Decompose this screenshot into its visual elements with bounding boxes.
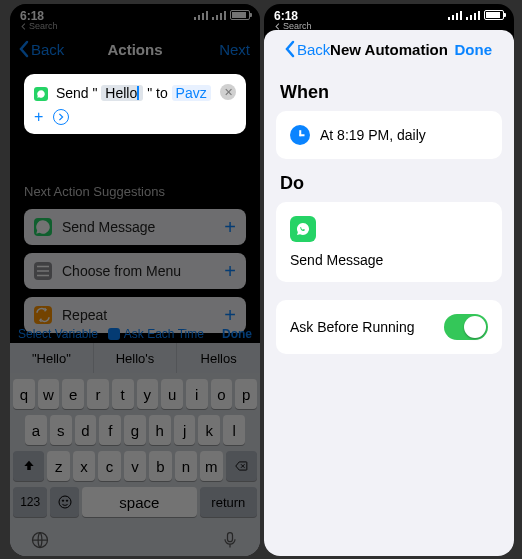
kb-suggestion[interactable]: Hellos xyxy=(177,343,260,373)
key-s[interactable]: s xyxy=(50,415,72,445)
suggestion-choose-from-menu[interactable]: Choose from Menu + xyxy=(24,253,246,289)
do-action-label: Send Message xyxy=(290,252,488,268)
key-t[interactable]: t xyxy=(112,379,134,409)
expand-action-icon[interactable] xyxy=(53,109,69,125)
key-h[interactable]: h xyxy=(149,415,171,445)
svg-point-3 xyxy=(59,496,71,508)
globe-key[interactable] xyxy=(30,530,50,550)
do-section-title: Do xyxy=(280,173,498,194)
key-l[interactable]: l xyxy=(223,415,245,445)
key-w[interactable]: w xyxy=(38,379,60,409)
svg-point-4 xyxy=(62,500,63,501)
battery-icon xyxy=(484,10,504,20)
key-d[interactable]: d xyxy=(75,415,97,445)
svg-rect-2 xyxy=(37,275,49,277)
key-e[interactable]: e xyxy=(62,379,84,409)
recipient-token[interactable]: Pavz xyxy=(172,85,211,101)
svg-rect-7 xyxy=(228,533,233,542)
clock-icon xyxy=(290,125,310,145)
signal-icon xyxy=(194,10,208,20)
kb-row-2: asdfghjkl xyxy=(13,415,257,445)
status-bar: 6:18 Search xyxy=(10,4,260,30)
clear-action-icon[interactable]: ✕ xyxy=(220,84,236,100)
keyboard[interactable]: "Hello" Hello's Hellos qwertyuiop asdfgh… xyxy=(10,343,260,556)
message-input[interactable]: Hello xyxy=(101,85,143,101)
action-to: to xyxy=(156,85,168,101)
return-key[interactable]: return xyxy=(200,487,257,517)
phone-right-new-automation: 6:18 Search Back New Automation Done Whe… xyxy=(264,4,514,556)
kb-row-3: zxcvbnm xyxy=(13,451,257,481)
backspace-key[interactable] xyxy=(226,451,257,481)
key-i[interactable]: i xyxy=(186,379,208,409)
next-button[interactable]: Next xyxy=(219,30,250,68)
key-c[interactable]: c xyxy=(98,451,120,481)
key-b[interactable]: b xyxy=(149,451,171,481)
navbar-title: New Automation xyxy=(330,41,448,58)
add-icon[interactable]: + xyxy=(224,216,236,239)
key-y[interactable]: y xyxy=(137,379,159,409)
whatsapp-icon xyxy=(34,87,48,101)
key-q[interactable]: q xyxy=(13,379,35,409)
navbar-new-automation: Back New Automation Done xyxy=(276,30,502,68)
do-action-card[interactable]: Send Message xyxy=(276,202,502,282)
key-n[interactable]: n xyxy=(175,451,197,481)
key-z[interactable]: z xyxy=(47,451,69,481)
key-r[interactable]: r xyxy=(87,379,109,409)
svg-rect-1 xyxy=(37,270,49,272)
done-button[interactable]: Done xyxy=(455,30,493,68)
when-trigger-text: At 8:19 PM, daily xyxy=(320,127,426,143)
kb-row-1: qwertyuiop xyxy=(13,379,257,409)
add-parameter-icon[interactable]: + xyxy=(34,108,43,126)
action-prefix: Send xyxy=(56,85,89,101)
suggestion-send-message[interactable]: Send Message + xyxy=(24,209,246,245)
kb-suggestion[interactable]: "Hello" xyxy=(10,343,94,373)
key-p[interactable]: p xyxy=(235,379,257,409)
whatsapp-icon xyxy=(290,216,316,242)
signal-icon xyxy=(448,10,462,20)
key-k[interactable]: k xyxy=(198,415,220,445)
phone-left-actions: 6:18 Search Back Actions Next xyxy=(10,4,260,556)
back-button[interactable]: Back xyxy=(284,30,330,68)
key-m[interactable]: m xyxy=(200,451,222,481)
ask-each-time-icon xyxy=(108,328,120,340)
key-a[interactable]: a xyxy=(25,415,47,445)
shift-key[interactable] xyxy=(13,451,44,481)
ask-before-running-toggle[interactable] xyxy=(444,314,488,340)
when-section-title: When xyxy=(280,82,498,103)
signal-icon xyxy=(212,10,226,20)
select-variable-button[interactable]: Select Variable xyxy=(18,327,98,341)
navbar-actions: Back Actions Next xyxy=(10,30,260,68)
svg-point-5 xyxy=(66,500,67,501)
key-f[interactable]: f xyxy=(99,415,121,445)
battery-icon xyxy=(230,10,250,20)
send-message-action-card[interactable]: ✕ Send " Hello " to Pavz + xyxy=(24,74,246,134)
key-j[interactable]: j xyxy=(174,415,196,445)
next-action-suggestions: Next Action Suggestions Send Message + C… xyxy=(24,164,246,341)
ask-before-running-label: Ask Before Running xyxy=(290,319,415,335)
signal-icon xyxy=(466,10,480,20)
navbar-title: Actions xyxy=(107,41,162,58)
ask-before-running-row: Ask Before Running xyxy=(276,300,502,354)
kb-suggestion[interactable]: Hello's xyxy=(94,343,178,373)
svg-rect-0 xyxy=(37,266,49,268)
whatsapp-icon xyxy=(34,218,52,236)
suggestions-title: Next Action Suggestions xyxy=(24,184,246,199)
numbers-key[interactable]: 123 xyxy=(13,487,47,517)
done-button[interactable]: Done xyxy=(222,327,252,341)
emoji-key[interactable] xyxy=(50,487,79,517)
key-o[interactable]: o xyxy=(211,379,233,409)
kb-row-4: 123 space return xyxy=(13,487,257,517)
ask-each-time-button[interactable]: Ask Each Time xyxy=(108,327,204,341)
keyboard-suggestions: "Hello" Hello's Hellos xyxy=(10,343,260,373)
add-icon[interactable]: + xyxy=(224,260,236,283)
back-button[interactable]: Back xyxy=(18,30,64,68)
when-trigger-card[interactable]: At 8:19 PM, daily xyxy=(276,111,502,159)
key-g[interactable]: g xyxy=(124,415,146,445)
key-u[interactable]: u xyxy=(161,379,183,409)
mic-key[interactable] xyxy=(220,530,240,550)
status-bar: 6:18 Search xyxy=(264,4,514,30)
space-key[interactable]: space xyxy=(82,487,197,517)
key-v[interactable]: v xyxy=(124,451,146,481)
menu-icon xyxy=(34,262,52,280)
key-x[interactable]: x xyxy=(73,451,95,481)
